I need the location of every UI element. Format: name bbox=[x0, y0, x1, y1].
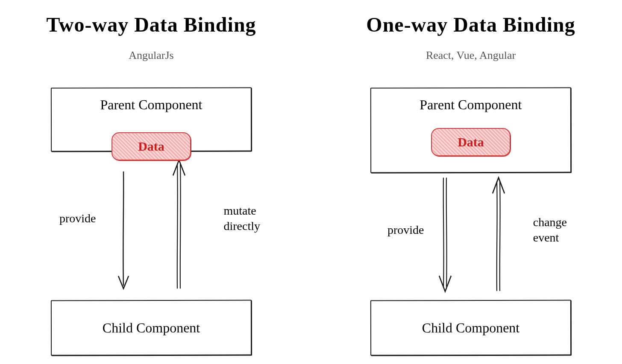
arrow-up-icon bbox=[173, 160, 185, 288]
two-way-data-badge: Data bbox=[111, 132, 191, 160]
two-way-provide-label: provide bbox=[59, 210, 96, 226]
diagram-container: Two-way Data Binding AngularJs Parent Co… bbox=[0, 0, 622, 364]
one-way-column: One-way Data Binding React, Vue, Angular… bbox=[311, 9, 609, 355]
one-way-child-box: Child Component bbox=[370, 300, 571, 356]
one-way-child-label: Child Component bbox=[422, 320, 520, 335]
two-way-column: Two-way Data Binding AngularJs Parent Co… bbox=[13, 9, 311, 355]
one-way-title: One-way Data Binding bbox=[366, 13, 575, 36]
one-way-provide-label: provide bbox=[387, 222, 424, 238]
two-way-mutate-label: mutate directly bbox=[223, 203, 260, 234]
one-way-change-label: change event bbox=[533, 215, 567, 246]
arrow-down-icon bbox=[439, 178, 451, 291]
one-way-data-badge: Data bbox=[431, 128, 511, 156]
two-way-child-label: Child Component bbox=[103, 320, 200, 335]
two-way-child-box: Child Component bbox=[51, 300, 252, 356]
two-way-title: Two-way Data Binding bbox=[46, 13, 256, 36]
one-way-parent-label: Parent Component bbox=[420, 97, 522, 113]
arrow-down-icon bbox=[118, 172, 129, 288]
arrow-up-icon bbox=[493, 178, 505, 291]
two-way-subtitle: AngularJs bbox=[129, 49, 173, 62]
one-way-arrow-zone: provide change event bbox=[370, 173, 571, 300]
two-way-arrow-zone: provide mutate directly bbox=[51, 151, 252, 300]
two-way-parent-label: Parent Component bbox=[100, 97, 202, 113]
one-way-subtitle: React, Vue, Angular bbox=[426, 49, 516, 62]
